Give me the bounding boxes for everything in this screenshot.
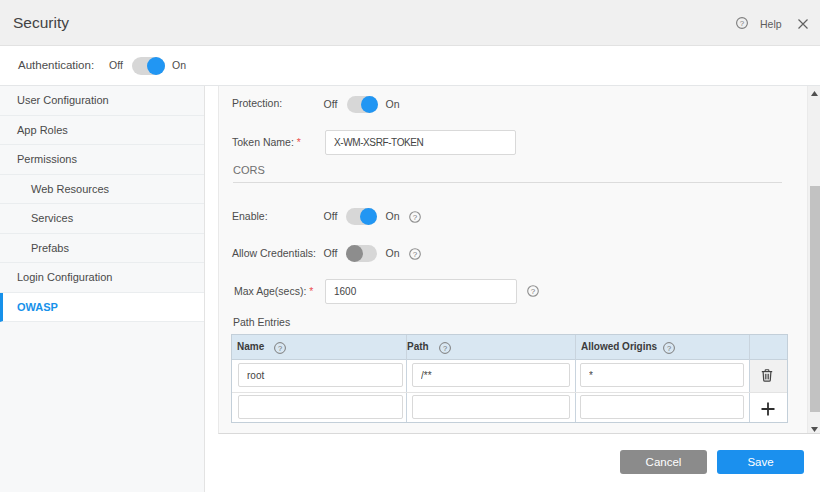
svg-text:?: ?	[531, 287, 536, 296]
svg-text:?: ?	[667, 343, 671, 352]
svg-text:?: ?	[278, 343, 282, 352]
svg-text:?: ?	[413, 213, 418, 222]
svg-text:?: ?	[443, 343, 447, 352]
svg-text:?: ?	[740, 19, 745, 28]
svg-text:?: ?	[413, 250, 418, 259]
